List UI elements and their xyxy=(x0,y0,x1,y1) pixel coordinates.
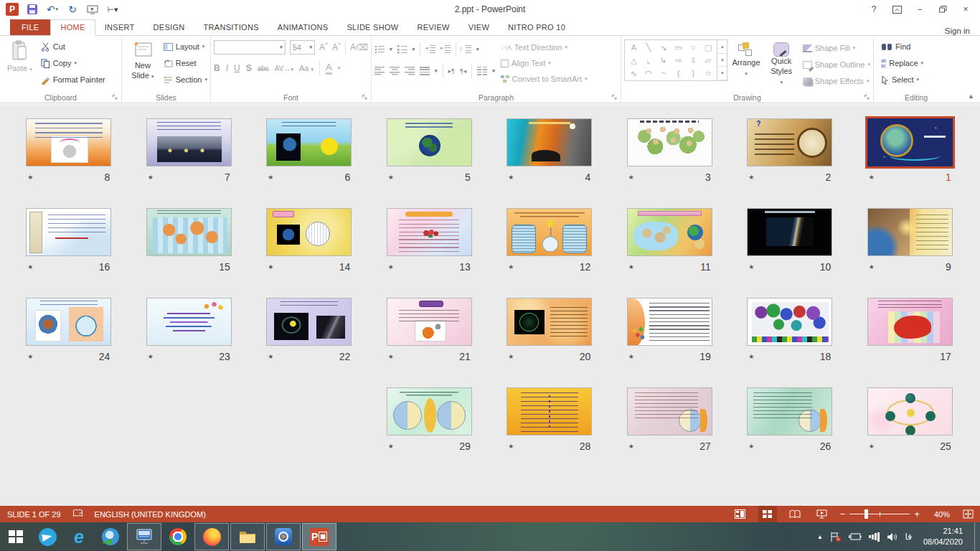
increase-font-size-button[interactable]: Aˆ xyxy=(319,42,328,52)
restore-button[interactable] xyxy=(933,2,953,17)
text-shadow-button[interactable]: S xyxy=(246,63,252,73)
slide-26-thumbnail[interactable] xyxy=(747,387,832,435)
tab-insert[interactable]: INSERT xyxy=(95,20,144,35)
taskbar-chrome-icon[interactable] xyxy=(162,522,194,551)
slide-29-thumbnail[interactable] xyxy=(387,387,472,435)
zoom-percentage[interactable]: 40% xyxy=(928,510,950,519)
slide-sorter-view-button[interactable] xyxy=(758,506,777,522)
spell-check-icon[interactable] xyxy=(72,509,83,519)
clipboard-dialog-launcher[interactable] xyxy=(112,94,120,102)
tab-transitions[interactable]: TRANSITIONS xyxy=(194,20,268,35)
font-size-combo[interactable]: 54▾ xyxy=(290,40,315,55)
ltr-direction-icon[interactable]: ▸¶ xyxy=(448,67,455,75)
repeat-button[interactable]: ↻ xyxy=(66,3,79,16)
tab-file[interactable]: FILE xyxy=(10,19,50,35)
slide-16-thumbnail[interactable] xyxy=(26,208,111,256)
input-language-indicator[interactable]: فا xyxy=(905,532,912,542)
fit-to-window-button[interactable] xyxy=(958,506,977,522)
start-slideshow-icon[interactable] xyxy=(86,3,99,16)
slide-22-thumbnail[interactable] xyxy=(266,298,352,346)
layout-button[interactable]: Layout ▾ xyxy=(164,39,207,54)
triangle-shape-icon[interactable]: △ xyxy=(631,55,636,66)
shapes-gallery-scrollbar[interactable]: ▲▼▼ xyxy=(717,40,727,80)
slide-28-thumbnail[interactable] xyxy=(507,387,592,435)
zoom-slider[interactable] xyxy=(849,506,910,522)
snip-rectangle-shape-icon[interactable]: ▱ xyxy=(705,55,711,66)
slide-17-thumbnail[interactable] xyxy=(867,298,953,346)
rounded-rectangle-shape-icon[interactable]: ▢ xyxy=(705,42,712,53)
convert-to-smartart-button[interactable]: Convert to SmartArt ▾ xyxy=(501,72,588,85)
show-desktop-button[interactable] xyxy=(974,522,979,551)
change-case-button[interactable]: Aa ▾ xyxy=(299,64,314,72)
tab-home[interactable]: HOME xyxy=(50,19,95,36)
slide-23-thumbnail[interactable] xyxy=(146,298,232,346)
arc-shape-icon[interactable]: ◠ xyxy=(645,68,652,79)
tab-slide-show[interactable]: SLIDE SHOW xyxy=(337,20,407,35)
bold-button[interactable]: B xyxy=(214,63,220,73)
taskbar-clock[interactable]: 21:41 08/04/2020 xyxy=(919,526,967,547)
elbow-connector-shape-icon[interactable]: ⌞ xyxy=(647,55,651,66)
slide-25-thumbnail[interactable] xyxy=(867,387,953,435)
customize-qat-button[interactable]: ⊢▾ xyxy=(106,3,119,16)
right-arrow-shape-icon[interactable]: ⇨ xyxy=(675,55,682,66)
minimize-button[interactable]: − xyxy=(910,2,930,17)
character-spacing-button[interactable]: AV↔▾ xyxy=(275,65,293,72)
slide-7-thumbnail[interactable] xyxy=(146,118,232,166)
slide-4-thumbnail[interactable] xyxy=(507,118,592,166)
font-name-combo[interactable]: ▾ xyxy=(214,40,286,55)
arrow-shape-icon[interactable]: ↘ xyxy=(660,42,666,53)
taskbar-file-explorer-icon[interactable] xyxy=(230,523,265,550)
text-box-shape-icon[interactable]: A xyxy=(631,42,636,53)
taskbar-internet-explorer-icon[interactable]: e xyxy=(63,522,95,551)
tab-design[interactable]: DESIGN xyxy=(144,20,194,35)
taskbar-windows-media-player-icon[interactable] xyxy=(266,523,301,550)
tab-nitro-pro-10[interactable]: NITRO PRO 10 xyxy=(499,20,575,35)
section-button[interactable]: Section ▾ xyxy=(164,72,207,87)
battery-icon[interactable] xyxy=(849,532,862,541)
slide-14-thumbnail[interactable] xyxy=(266,208,352,256)
slide-21-thumbnail[interactable] xyxy=(387,298,472,346)
arrange-button[interactable]: Arrange▾ xyxy=(727,38,764,80)
bullets-icon[interactable] xyxy=(374,45,385,54)
font-dialog-launcher[interactable] xyxy=(362,94,369,102)
justify-icon[interactable] xyxy=(420,67,430,75)
zoom-out-button[interactable]: − xyxy=(840,509,846,519)
rectangle-shape-icon[interactable]: ▭ xyxy=(674,42,682,53)
line-spacing-icon[interactable]: ↕ xyxy=(461,45,471,54)
tab-animations[interactable]: ANIMATIONS xyxy=(268,20,338,35)
replace-button[interactable]: abacReplace ▾ xyxy=(881,56,923,70)
align-left-icon[interactable] xyxy=(374,67,385,75)
action-center-flag-icon[interactable] xyxy=(830,532,842,542)
tab-review[interactable]: REVIEW xyxy=(408,20,459,35)
hidden-icons-chevron[interactable]: ▲ xyxy=(817,534,823,540)
zoom-in-button[interactable]: + xyxy=(914,509,920,519)
find-button[interactable]: Find xyxy=(881,39,923,54)
left-brace-shape-icon[interactable]: { xyxy=(677,68,680,79)
decrease-font-size-button[interactable]: Aˇ xyxy=(332,42,341,52)
slide-6-thumbnail[interactable] xyxy=(266,118,352,166)
shape-effects-button[interactable]: Shape Effects ▾ xyxy=(803,74,870,88)
underline-button[interactable]: U xyxy=(234,63,240,73)
taskbar-powerpoint-icon[interactable]: P▦ xyxy=(302,523,336,550)
quick-styles-button[interactable]: QuickStyles ▾ xyxy=(765,38,798,88)
numbering-icon[interactable] xyxy=(397,45,407,54)
collapse-ribbon-button[interactable]: ▲ xyxy=(968,93,974,100)
align-text-button[interactable]: Align Text ▾ xyxy=(501,57,588,70)
rtl-direction-icon[interactable]: ¶◂ xyxy=(460,67,466,75)
slide-9-thumbnail[interactable] xyxy=(867,208,953,256)
star-shape-icon[interactable]: ☆ xyxy=(705,68,712,79)
slide-12-thumbnail[interactable] xyxy=(507,208,592,256)
scribble-shape-icon[interactable]: ∿ xyxy=(631,68,637,79)
slide-10-thumbnail[interactable] xyxy=(747,208,832,256)
font-color-button[interactable]: A xyxy=(326,62,332,75)
ribbon-display-options-button[interactable] xyxy=(887,2,907,17)
paste-button[interactable]: Paste ▾ xyxy=(3,38,37,76)
slide-15-thumbnail[interactable] xyxy=(146,208,232,256)
clear-formatting-button[interactable]: A⌫ xyxy=(350,42,368,52)
text-direction-button[interactable]: ↓↑AText Direction ▾ xyxy=(501,41,588,54)
italic-button[interactable]: I xyxy=(226,63,228,73)
columns-icon[interactable] xyxy=(477,67,487,75)
select-button[interactable]: Select ▾ xyxy=(881,72,923,87)
tab-view[interactable]: VIEW xyxy=(459,20,499,35)
slide-11-thumbnail[interactable] xyxy=(627,208,712,256)
